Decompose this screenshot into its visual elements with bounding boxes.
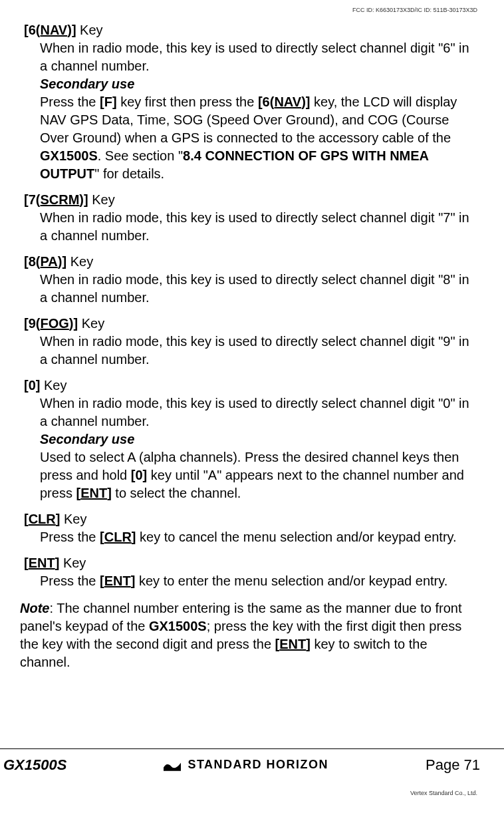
footer-model: GX1500S [3,756,66,774]
page-number: Page 71 [426,756,480,774]
text-run: NAV [274,94,301,109]
page-content: [6(NAV)] KeyWhen in radio mode, this key… [0,0,504,671]
text-run: [ [258,94,263,109]
text-run: [ [100,94,104,109]
brand-wave-icon [164,758,181,772]
text-run: ] [112,94,117,109]
footer-company: Vertex Standard Co., Ltd. [410,790,477,796]
key-title: [7(SCRM)] Key [24,192,480,208]
page-footer: GX1500S STANDARD HORIZON Page 71 [0,748,504,780]
text-run: [ [100,573,104,588]
key-title: [8(PA)] Key [24,254,480,269]
text-run: ENT [279,637,306,651]
note-block: Note: The channel number entering is the… [20,599,480,671]
text-run: key first then press the [117,94,258,109]
key-body: When in radio mode, this key is used to … [40,209,480,245]
text-run: CLR [104,530,132,544]
text-run: key to cancel the menu selection and/or … [136,530,457,544]
secondary-use-label: Secondary use [40,430,480,448]
text-run: ENT [80,486,107,500]
brand-logo: STANDARD HORIZON [164,758,328,772]
text-run: GX1500S [40,148,98,163]
text-run: 0 [135,468,142,482]
text-run: When in radio mode, this key is used to … [40,334,469,367]
text-run: [ [100,530,104,544]
text-run: ] [306,94,311,109]
key-body: When in radio mode, this key is used to … [40,271,480,307]
key-title: [9(FOG)] Key [24,316,480,331]
text-run: " for details. [94,166,164,181]
key-title: [6(NAV)] Key [24,23,480,38]
text-run: When in radio mode, this key is used to … [40,272,469,305]
key-title: [0] Key [24,378,480,393]
key-title: [CLR] Key [24,512,480,527]
key-body: Press the [CLR] key to cancel the menu s… [40,528,480,546]
text-run: 6 [263,94,270,109]
text-run: Note [20,601,49,615]
text-run: F [104,94,112,109]
text-run: ] [107,486,112,500]
text-run: ) [301,94,306,109]
key-body: When in radio mode, this key is used to … [40,39,480,75]
text-run: When in radio mode, this key is used to … [40,210,469,243]
text-run: Press the [40,530,100,544]
text-run: When in radio mode, this key is used to … [40,41,469,73]
text-run: . See section " [98,148,183,163]
secondary-use-label: Secondary use [40,75,480,93]
text-run: to select the channel. [112,486,241,500]
key-block: [8(PA)] KeyWhen in radio mode, this key … [20,254,480,307]
secondary-use-body: Used to select A (alpha channels). Press… [40,448,480,502]
key-block: [ENT] KeyPress the [ENT] key to enter th… [20,556,480,590]
text-run: When in radio mode, this key is used to … [40,396,469,428]
key-block: [9(FOG)] KeyWhen in radio mode, this key… [20,316,480,369]
key-block: [0] KeyWhen in radio mode, this key is u… [20,378,480,502]
key-title: [ENT] Key [24,556,480,571]
text-run: key to enter the menu selection and/or k… [135,573,447,588]
secondary-use-body: Press the [F] key first then press the [… [40,93,480,183]
brand-text: STANDARD HORIZON [188,758,328,772]
key-body: When in radio mode, this key is used to … [40,395,480,430]
text-run: ] [306,637,311,651]
text-run: GX1500S [149,619,207,633]
header-fcc-id: FCC ID: K6630173X3D/IC ID: 511B-30173X3D [352,7,477,13]
key-body: When in radio mode, this key is used to … [40,333,480,369]
text-run: Press the [40,573,100,588]
text-run: ENT [104,573,131,588]
text-run: ] [132,530,136,544]
key-block: [6(NAV)] KeyWhen in radio mode, this key… [20,23,480,183]
key-block: [CLR] KeyPress the [CLR] key to cancel t… [20,512,480,546]
key-body: Press the [ENT] key to enter the menu se… [40,572,480,590]
key-block: [7(SCRM)] KeyWhen in radio mode, this ke… [20,192,480,245]
text-run: Press the [40,94,100,109]
